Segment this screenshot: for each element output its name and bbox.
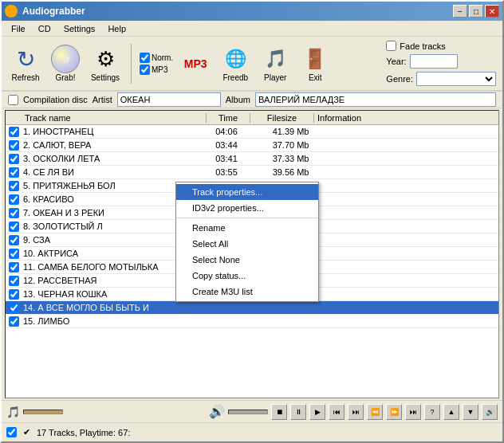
table-row[interactable]: 4. СЕ ЛЯ ВИ 03:55 39.56 Mb bbox=[6, 166, 498, 179]
player-label: Player bbox=[264, 73, 286, 82]
track-checkbox-cell bbox=[6, 194, 22, 205]
vol-button[interactable]: 🔊 bbox=[482, 404, 498, 420]
track-name: 2. САЛЮТ, ВЕРА bbox=[22, 140, 205, 150]
norm-checkbox-row[interactable]: Norm. bbox=[140, 53, 173, 63]
table-row[interactable]: 15. ЛИМБО bbox=[6, 315, 498, 328]
mp3-checkbox-row[interactable]: MP3 bbox=[140, 65, 173, 75]
track-checkbox[interactable] bbox=[9, 289, 19, 300]
window-title: Audiograbber bbox=[22, 6, 85, 17]
pause-button[interactable]: ⏸ bbox=[290, 404, 306, 420]
fade-tracks-checkbox[interactable] bbox=[386, 41, 396, 51]
prev-button[interactable]: ⏮ bbox=[329, 404, 345, 420]
minimize-button[interactable]: − bbox=[453, 5, 467, 18]
context-menu-separator bbox=[176, 218, 318, 218]
track-checkbox[interactable] bbox=[9, 140, 19, 151]
table-row[interactable]: 2. САЛЮТ, ВЕРА 03:44 37.70 Mb bbox=[6, 139, 498, 152]
track-checkbox-cell bbox=[6, 167, 22, 178]
menubar: File CD Settings Help bbox=[2, 21, 502, 37]
app-icon bbox=[5, 5, 18, 18]
track-checkbox[interactable] bbox=[9, 222, 19, 232]
status-checkbox[interactable] bbox=[6, 427, 17, 437]
track-checkbox-cell bbox=[6, 208, 22, 218]
close-button[interactable]: ✕ bbox=[485, 5, 499, 18]
help-button[interactable]: ? bbox=[424, 404, 440, 420]
track-checkbox[interactable] bbox=[9, 249, 19, 259]
context-menu-item-select-none[interactable]: Select None bbox=[176, 252, 318, 268]
context-menu-item-select-all[interactable]: Select All bbox=[176, 236, 318, 252]
mp3-checkbox[interactable] bbox=[140, 65, 150, 75]
track-checkbox[interactable] bbox=[9, 181, 19, 191]
maximize-button[interactable]: □ bbox=[469, 5, 483, 18]
skip-end-button[interactable]: ⏭ bbox=[405, 404, 421, 420]
track-checkbox-cell bbox=[6, 222, 22, 232]
context-menu-item-id3v2-properties[interactable]: ID3v2 properties... bbox=[176, 200, 318, 216]
table-row[interactable]: 1. ИНОСТРАНЕЦ 04:06 41.39 Mb bbox=[6, 125, 498, 139]
settings-button[interactable]: ⚙ Settings bbox=[88, 43, 123, 84]
year-genre-area: Fade tracks Year: Genre: bbox=[386, 41, 496, 86]
context-menu-item-create-m3u[interactable]: Create M3U list bbox=[176, 284, 318, 300]
track-checkbox-cell bbox=[6, 235, 22, 245]
down-button[interactable]: ▼ bbox=[463, 404, 478, 420]
track-checkbox[interactable] bbox=[9, 154, 19, 164]
album-label: Album bbox=[226, 95, 250, 104]
refresh-button[interactable]: ↻ Refresh bbox=[8, 43, 43, 84]
track-checkbox[interactable] bbox=[9, 262, 19, 272]
artist-input[interactable] bbox=[117, 92, 221, 107]
context-menu-item-copy-status[interactable]: Copy status... bbox=[176, 268, 318, 284]
next-button[interactable]: ⏭ bbox=[348, 404, 364, 420]
track-checkbox-cell bbox=[6, 316, 22, 327]
player-button[interactable]: 🎵 Player bbox=[258, 43, 293, 84]
menu-file[interactable]: File bbox=[5, 22, 32, 35]
track-time: 04:06 bbox=[205, 127, 249, 136]
volume-slider[interactable] bbox=[228, 410, 268, 414]
exit-button[interactable]: 🚪 Exit bbox=[297, 43, 333, 84]
track-name: 15. ЛИМБО bbox=[22, 316, 205, 326]
up-button[interactable]: ▲ bbox=[443, 404, 459, 420]
col-header-info: Information bbox=[314, 113, 498, 123]
year-input[interactable] bbox=[410, 54, 458, 69]
toolbar-sep-1 bbox=[131, 44, 132, 84]
compilation-checkbox[interactable] bbox=[8, 95, 18, 105]
stop-button[interactable]: ⏹ bbox=[271, 404, 287, 420]
norm-checkbox[interactable] bbox=[140, 53, 150, 63]
track-name: 4. СЕ ЛЯ ВИ bbox=[22, 167, 205, 177]
mp3-button[interactable]: MP3 bbox=[178, 48, 213, 80]
year-label: Year: bbox=[386, 57, 406, 66]
table-row[interactable]: 14. А ВСЕ МОГЛО БЫ БЫТЬ И bbox=[6, 301, 498, 315]
track-checkbox-cell bbox=[6, 262, 22, 272]
menu-help[interactable]: Help bbox=[101, 22, 132, 35]
freedb-button[interactable]: 🌐 Freedb bbox=[218, 43, 253, 84]
menu-cd[interactable]: CD bbox=[32, 22, 57, 35]
track-checkbox-cell bbox=[6, 289, 22, 300]
mp3-icon: MP3 bbox=[181, 49, 210, 78]
main-window: Audiograbber − □ ✕ File CD Settings Help… bbox=[0, 0, 504, 443]
track-name: 14. А ВСЕ МОГЛО БЫ БЫТЬ И bbox=[22, 303, 205, 312]
track-checkbox[interactable] bbox=[9, 235, 19, 245]
track-checkbox[interactable] bbox=[9, 194, 19, 205]
track-checkbox[interactable] bbox=[9, 303, 19, 313]
track-progress[interactable] bbox=[23, 410, 63, 414]
album-input[interactable] bbox=[255, 92, 496, 107]
rew-button[interactable]: ⏪ bbox=[367, 404, 383, 420]
genre-select[interactable] bbox=[416, 72, 496, 86]
table-row[interactable]: 3. ОСКОЛКИ ЛЕТА 03:41 37.33 Mb bbox=[6, 152, 498, 166]
track-size: 37.33 Mb bbox=[249, 154, 313, 163]
menu-settings[interactable]: Settings bbox=[57, 22, 102, 35]
track-checkbox[interactable] bbox=[9, 127, 19, 137]
fade-tracks-label: Fade tracks bbox=[400, 41, 445, 51]
genre-label: Genre: bbox=[386, 74, 413, 84]
exit-icon: 🚪 bbox=[301, 45, 329, 73]
track-checkbox[interactable] bbox=[9, 276, 19, 286]
play-button[interactable]: ▶ bbox=[309, 404, 325, 420]
context-menu-item-track-properties[interactable]: Track properties... bbox=[176, 184, 318, 200]
toolbar: ↻ Refresh Grab! ⚙ Settings Norm. MP3 bbox=[2, 37, 502, 91]
track-checkbox[interactable] bbox=[9, 316, 19, 327]
track-checkbox[interactable] bbox=[9, 208, 19, 218]
grab-button[interactable]: Grab! bbox=[48, 43, 83, 84]
ff-button[interactable]: ⏩ bbox=[386, 404, 402, 420]
context-menu-item-rename[interactable]: Rename bbox=[176, 220, 318, 236]
track-checkbox[interactable] bbox=[9, 167, 19, 178]
refresh-label: Refresh bbox=[11, 73, 39, 82]
grab-icon bbox=[51, 45, 80, 73]
exit-label: Exit bbox=[309, 73, 322, 82]
